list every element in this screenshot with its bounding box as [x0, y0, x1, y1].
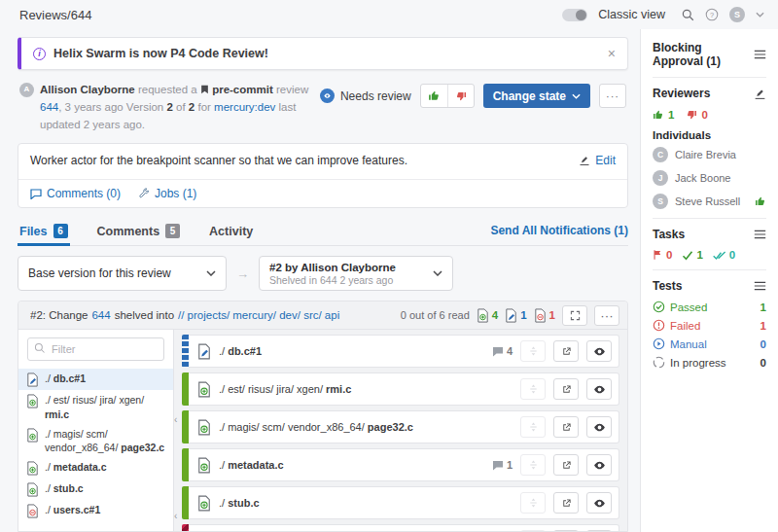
delete-bar	[182, 524, 189, 531]
page: Reviews/644 Classic view ? S i Helix Swa…	[0, 0, 778, 532]
edit-description[interactable]: Edit	[579, 154, 616, 167]
open-file-button[interactable]	[553, 416, 579, 438]
change-path-link[interactable]: // projects/ mercury/ dev/ src/ api	[178, 309, 339, 321]
comments-link[interactable]: Comments (0)	[30, 187, 121, 200]
tab-comments[interactable]: Comments 5	[95, 220, 183, 245]
pencil-icon[interactable]	[754, 88, 766, 100]
test-count: 1	[760, 301, 766, 313]
user-avatar[interactable]: S	[729, 7, 745, 22]
meta-text: requested a	[138, 84, 197, 95]
mark-read-eye-button[interactable]	[586, 530, 612, 531]
test-row[interactable]: Manual 0	[653, 337, 766, 350]
reviewers-header: Reviewers	[653, 87, 766, 100]
comment-icon	[30, 189, 42, 199]
failed-icon	[653, 319, 665, 332]
read-status: 0 out of 6 read	[401, 309, 470, 321]
tree-item[interactable]: ./ db.c#1	[18, 369, 173, 390]
open-file-button[interactable]	[553, 530, 579, 531]
file-add-icon	[26, 461, 39, 476]
change-id-link[interactable]: 644	[91, 309, 110, 321]
open-file-button[interactable]	[553, 378, 579, 400]
diff-file-row[interactable]: ./ metadata.c 1	[182, 448, 619, 481]
comment-icon	[492, 346, 504, 357]
add-bar	[182, 372, 189, 406]
author-avatar: A	[19, 83, 34, 97]
tree-item[interactable]: ./ magis/ scm/ vendor_x86_64/ page32.c	[18, 424, 173, 457]
review-type: pre-commit	[212, 84, 273, 95]
diff-file-row[interactable]: ./ magis/ scm/ vendor_x86_64/ page32.c	[182, 410, 619, 443]
chevron-down-icon	[206, 270, 216, 276]
blocking-approval-header: Blocking Approval (1)	[653, 41, 766, 68]
diff-file-row[interactable]: ./ users.c#1	[182, 524, 619, 531]
tree-item[interactable]: ./ est/ risus/ jira/ xgen/ rmi.c	[18, 390, 173, 423]
diff-file-row[interactable]: ./ est/ risus/ jira/ xgen/ rmi.c	[182, 372, 619, 406]
author-name: Allison Clayborne	[40, 84, 135, 95]
reviewer-name: Claire Brevia	[675, 149, 766, 160]
base-version-select[interactable]: Base version for this review	[18, 256, 227, 291]
expand-all-button[interactable]	[562, 305, 587, 326]
filter-input[interactable]	[27, 337, 164, 361]
reviewer-row[interactable]: C Claire Brevia	[653, 147, 766, 162]
mark-read-eye-button[interactable]	[586, 416, 612, 438]
needs-review-icon	[320, 89, 335, 103]
chevron-down-icon[interactable]	[756, 12, 764, 18]
open-file-button[interactable]	[553, 492, 579, 514]
jobs-label: Jobs (1)	[155, 187, 196, 200]
target-version-select[interactable]: #2 by Allison Clayborne Shelved in 644 2…	[259, 256, 453, 291]
reviewer-row[interactable]: J Jack Boone	[653, 170, 766, 186]
jobs-link[interactable]: Jobs (1)	[138, 187, 196, 200]
list-icon[interactable]	[754, 281, 766, 291]
review-id-link[interactable]: 644	[40, 101, 58, 113]
edits-count: 1	[505, 308, 526, 323]
send-notifications-link[interactable]: Send All Notifications (1)	[490, 224, 628, 245]
file-add-icon	[477, 308, 489, 323]
open-file-button[interactable]	[553, 454, 579, 476]
target-version-subtitle: Shelved in 644 2 years ago	[269, 274, 396, 287]
thumbs-up-button[interactable]	[421, 85, 447, 107]
expand-diff-button	[520, 530, 546, 531]
collapse-tree-handle[interactable]: ‹	[174, 511, 177, 521]
test-row[interactable]: Passed 1	[653, 301, 766, 313]
tasks-flagged-count: 0	[666, 249, 672, 261]
mark-read-eye-button[interactable]	[586, 492, 612, 514]
change-state-button[interactable]: Change state	[483, 84, 590, 108]
collapse-tree-handle[interactable]: ‹	[174, 414, 177, 425]
search-icon[interactable]	[682, 9, 694, 21]
tree-item[interactable]: ./ metadata.c	[18, 457, 173, 479]
more-actions-button[interactable]: ···	[599, 84, 626, 108]
mark-read-eye-button[interactable]	[586, 340, 612, 362]
search-icon	[34, 342, 46, 354]
close-icon[interactable]: ×	[608, 47, 616, 60]
file-delete-icon	[534, 308, 547, 323]
help-icon[interactable]: ?	[705, 8, 719, 21]
file-tree: ./ db.c#1 ./ est/ risus/ jira/ xgen/ rmi…	[18, 330, 174, 531]
classic-view-toggle[interactable]	[562, 9, 587, 21]
branch-link[interactable]: mercury:dev	[214, 101, 275, 113]
mark-read-eye-button[interactable]	[586, 454, 612, 476]
test-row[interactable]: In progress 0	[653, 356, 766, 369]
tab-files[interactable]: Files 6	[18, 220, 70, 245]
diff-file-row[interactable]: ./ stub.c	[182, 486, 619, 519]
mark-read-eye-button[interactable]	[586, 378, 612, 400]
file-delete-icon	[26, 504, 39, 518]
pencil-icon	[579, 155, 590, 166]
thumbs-up-icon	[755, 195, 766, 207]
file-add-icon	[197, 457, 211, 474]
avatar: S	[653, 194, 668, 209]
list-icon[interactable]	[754, 230, 766, 239]
tree-item[interactable]: ./ stub.c	[18, 479, 173, 500]
thumbs-down-button[interactable]	[447, 85, 474, 107]
diff-file-row[interactable]: ./ db.c#1 4	[182, 335, 619, 368]
test-row[interactable]: Failed 1	[653, 319, 766, 332]
comment-count: 1	[492, 459, 513, 471]
thumbs-up-icon	[653, 109, 664, 121]
tree-item[interactable]: ./ users.c#1	[18, 500, 173, 521]
list-icon[interactable]	[754, 50, 766, 59]
expand-diff-button	[520, 492, 546, 514]
reviewer-row[interactable]: S Steve Russell	[653, 194, 766, 209]
tab-activity[interactable]: Activity	[207, 221, 255, 245]
edit-label: Edit	[595, 154, 616, 167]
panel-more-button[interactable]: ···	[594, 305, 619, 326]
open-file-button[interactable]	[553, 340, 579, 362]
tabs: Files 6 Comments 5 Activity Send All Not…	[18, 220, 628, 246]
